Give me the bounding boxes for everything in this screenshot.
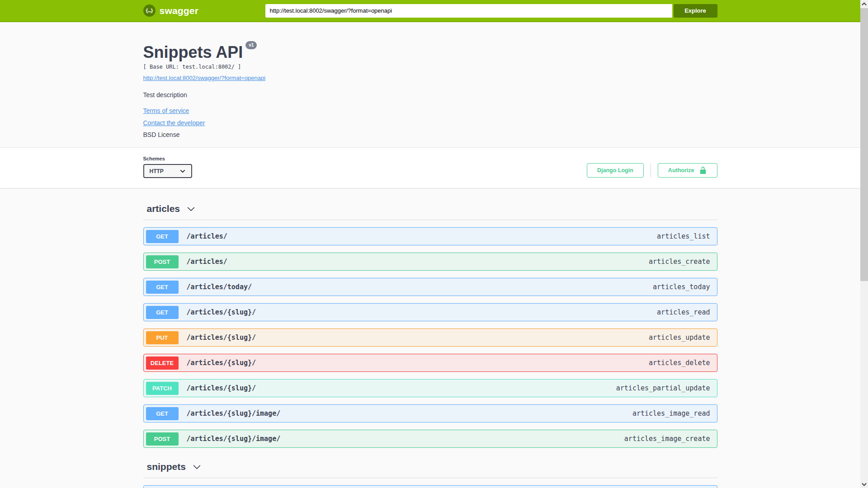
tag-header[interactable]: snippets bbox=[143, 461, 717, 478]
swagger-ui-page: {…} swagger Explore Snippets APIv1 [ Bas… bbox=[0, 0, 860, 488]
operation-row[interactable]: PUT /articles/{slug}/ articles_update bbox=[143, 328, 717, 347]
tag-header[interactable]: articles bbox=[143, 203, 717, 220]
operation-row[interactable]: GET /articles/ articles_list bbox=[143, 227, 717, 245]
operation-path: /articles/{slug}/ bbox=[187, 384, 256, 392]
api-title-text: Snippets API bbox=[143, 43, 243, 61]
base-url: [ Base URL: test.local:8002/ ] bbox=[143, 64, 717, 70]
info-section: Snippets APIv1 [ Base URL: test.local:80… bbox=[0, 22, 860, 147]
page-title: Snippets APIv1 bbox=[143, 43, 717, 62]
operation-id: articles_list bbox=[657, 232, 714, 240]
operation-row[interactable]: PATCH /articles/{slug}/ articles_partial… bbox=[143, 379, 717, 397]
swagger-brand: {…} swagger bbox=[143, 5, 199, 17]
vertical-scrollbar[interactable] bbox=[860, 0, 868, 488]
operation-path: /articles/{slug}/image/ bbox=[187, 435, 281, 443]
operation-list: GET /articles/ articles_list POST /artic… bbox=[143, 227, 717, 448]
scrollbar-up-icon[interactable] bbox=[860, 0, 868, 8]
schemes-section: Schemes HTTP Django Login Authorize bbox=[0, 147, 860, 188]
tag-name: snippets bbox=[147, 461, 186, 472]
operation-row[interactable]: POST /articles/ articles_create bbox=[143, 253, 717, 271]
explore-button[interactable]: Explore bbox=[674, 4, 717, 18]
method-badge: GET bbox=[146, 281, 179, 294]
unlocked-padlock-icon bbox=[699, 166, 707, 174]
operation-row[interactable]: GET /snippets/ snippets_list bbox=[143, 485, 717, 488]
operation-path: /articles/{slug}/ bbox=[187, 308, 256, 316]
method-badge: POST bbox=[146, 432, 179, 446]
scheme-selected-value: HTTP bbox=[150, 168, 164, 174]
operation-list: GET /snippets/ snippets_list bbox=[143, 485, 717, 488]
operation-row[interactable]: GET /articles/today/ articles_today bbox=[143, 278, 717, 296]
method-badge: PATCH bbox=[146, 382, 179, 395]
method-badge: GET bbox=[146, 306, 179, 319]
scrollbar-thumb[interactable] bbox=[860, 8, 868, 281]
authorize-label: Authorize bbox=[668, 167, 694, 174]
operation-id: articles_image_read bbox=[632, 409, 715, 418]
contact-developer-link[interactable]: Contact the developer bbox=[143, 119, 205, 127]
tag-section: articles GET /articles/ articles_list PO… bbox=[143, 203, 717, 448]
auth-wrapper: Django Login Authorize bbox=[587, 163, 717, 178]
method-badge: GET bbox=[146, 407, 179, 420]
operation-id: articles_today bbox=[653, 283, 714, 291]
operation-id: articles_create bbox=[649, 258, 714, 266]
operation-id: articles_delete bbox=[649, 359, 714, 367]
spec-url-input[interactable] bbox=[265, 4, 672, 18]
api-description: Test description bbox=[143, 91, 717, 99]
tag-name: articles bbox=[147, 203, 180, 214]
version-badge: v1 bbox=[245, 41, 257, 49]
chevron-down-icon bbox=[186, 204, 196, 214]
authorize-button[interactable]: Authorize bbox=[658, 163, 717, 178]
django-login-label: Django Login bbox=[597, 167, 633, 174]
operation-path: /articles/ bbox=[187, 232, 227, 240]
operation-path: /articles/{slug}/ bbox=[187, 333, 256, 342]
operation-path: /articles/ bbox=[187, 258, 227, 266]
operation-row[interactable]: POST /articles/{slug}/image/ articles_im… bbox=[143, 430, 717, 448]
topbar: {…} swagger Explore bbox=[0, 0, 860, 22]
scheme-select[interactable]: HTTP bbox=[143, 164, 192, 178]
operation-id: articles_image_create bbox=[624, 435, 715, 443]
operation-row[interactable]: GET /articles/{slug}/image/ articles_ima… bbox=[143, 404, 717, 422]
tag-section: snippets GET /snippets/ snippets_list bbox=[143, 461, 717, 488]
method-badge: DELETE bbox=[146, 357, 179, 370]
operation-path: /articles/today/ bbox=[187, 283, 252, 291]
operation-id: articles_partial_update bbox=[616, 384, 715, 392]
license-text: BSD License bbox=[143, 131, 717, 138]
auth-divider bbox=[651, 163, 651, 177]
django-login-button[interactable]: Django Login bbox=[587, 163, 644, 178]
operation-path: /articles/{slug}/image/ bbox=[187, 409, 281, 418]
chevron-down-icon bbox=[192, 462, 202, 472]
spec-link[interactable]: http://test.local:8002/swagger/?format=o… bbox=[143, 75, 266, 81]
operation-id: articles_read bbox=[657, 308, 714, 316]
method-badge: GET bbox=[146, 230, 179, 243]
scrollbar-down-icon[interactable] bbox=[860, 480, 868, 488]
sections: articles GET /articles/ articles_list PO… bbox=[143, 188, 717, 488]
schemes-label: Schemes bbox=[143, 156, 192, 161]
operation-path: /articles/{slug}/ bbox=[187, 359, 256, 367]
chevron-down-icon bbox=[179, 168, 186, 174]
swagger-logo-icon: {…} bbox=[143, 5, 156, 17]
method-badge: POST bbox=[146, 255, 179, 268]
operation-row[interactable]: DELETE /articles/{slug}/ articles_delete bbox=[143, 354, 717, 372]
terms-of-service-link[interactable]: Terms of service bbox=[143, 107, 189, 114]
operation-id: articles_update bbox=[649, 333, 714, 342]
schemes-group: Schemes HTTP bbox=[143, 156, 192, 178]
brand-name: swagger bbox=[160, 5, 199, 16]
method-badge: PUT bbox=[146, 331, 179, 344]
operation-row[interactable]: GET /articles/{slug}/ articles_read bbox=[143, 303, 717, 321]
